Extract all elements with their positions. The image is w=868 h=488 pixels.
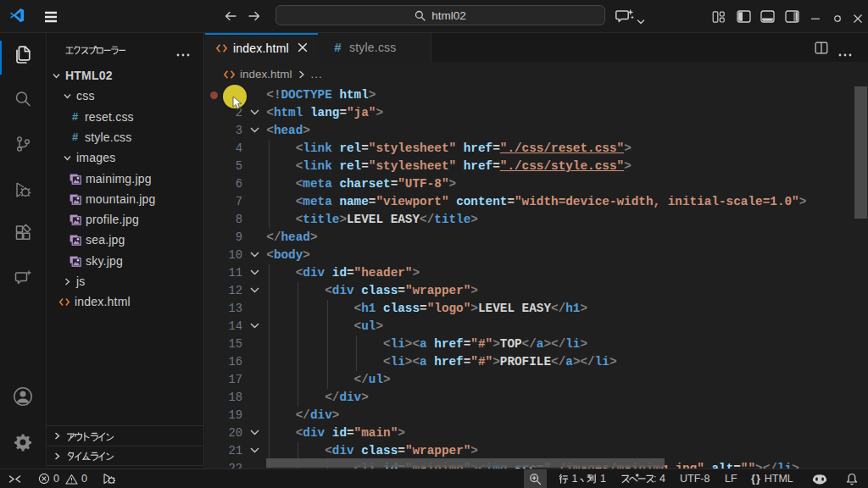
svg-text:#: #	[334, 42, 342, 53]
